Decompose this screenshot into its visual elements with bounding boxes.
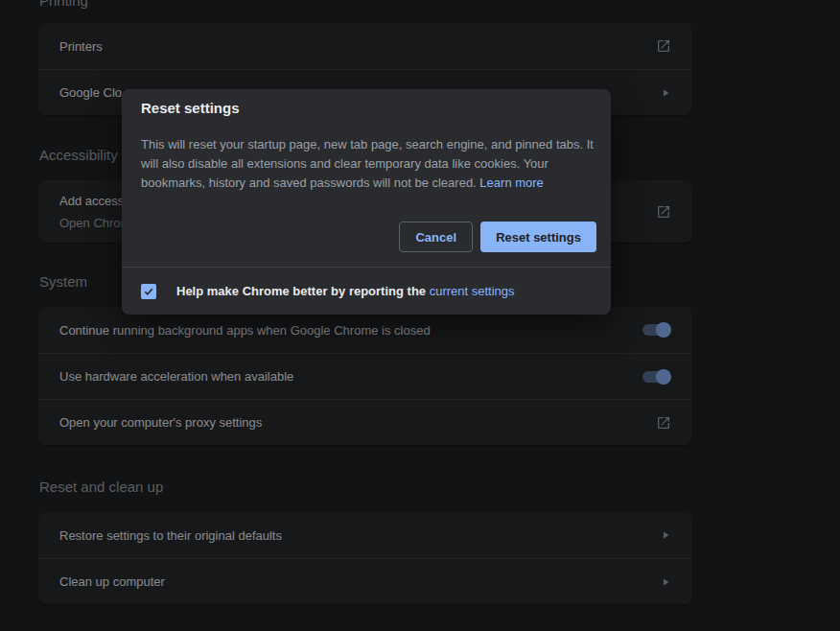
report-settings-checkbox[interactable] [141,284,156,299]
reset-settings-button[interactable]: Reset settings [480,222,596,252]
checkbox-label-text: Help make Chrome better by reporting the [176,284,430,298]
checkbox-label: Help make Chrome better by reporting the… [176,284,515,298]
checkmark-icon [143,286,154,297]
learn-more-link[interactable]: Learn more [479,175,543,190]
cancel-button[interactable]: Cancel [399,222,473,252]
dialog-footer: Help make Chrome better by reporting the… [122,268,611,315]
current-settings-link[interactable]: current settings [430,284,515,298]
dialog-buttons: Cancel Reset settings [399,222,596,252]
dialog-title: Reset settings [141,99,240,118]
reset-settings-dialog: Reset settings This will reset your star… [122,89,611,315]
dialog-body-text: This will reset your startup page, new t… [141,135,594,193]
